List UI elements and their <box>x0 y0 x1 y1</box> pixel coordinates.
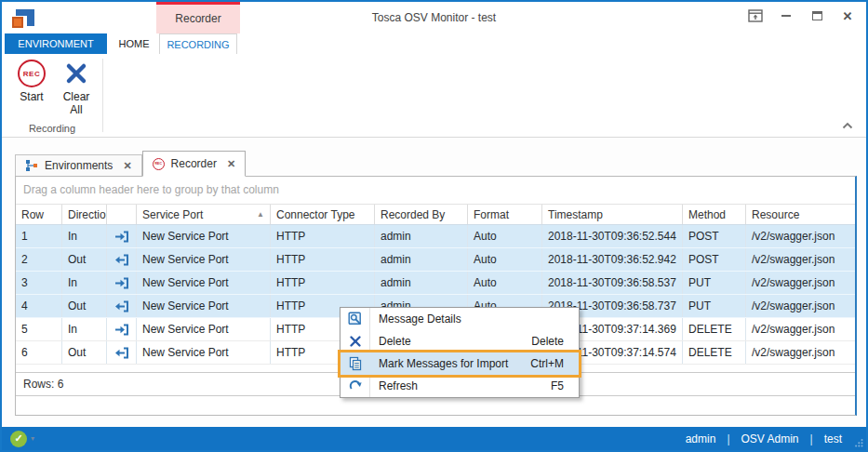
cell-timestamp: 2018-11-30T09:36:52.942 <box>542 248 683 271</box>
menu-item-shortcut: Ctrl+M <box>530 357 579 370</box>
tab-home[interactable]: HOME <box>107 33 161 54</box>
message-details-icon <box>341 312 369 326</box>
column-header-method[interactable]: Method <box>683 205 746 224</box>
caret-down-icon: ▾ <box>31 434 34 443</box>
menu-item-delete[interactable]: Delete Delete <box>341 330 579 352</box>
cell-direction: Out <box>62 248 107 271</box>
connection-status-button[interactable]: ✓ ▾ <box>10 431 34 447</box>
chevron-up-icon <box>842 122 853 129</box>
cell-method: PUT <box>683 272 746 294</box>
column-header-direction-icon[interactable] <box>107 205 137 224</box>
doc-tab-environments-label: Environments <box>45 159 113 172</box>
cell-row-number: 1 <box>16 225 62 247</box>
cell-resource: /v2/swagger.json <box>746 272 855 294</box>
table-row[interactable]: 1 In New Service Port HTTP admin Auto 20… <box>16 225 855 248</box>
tab-environment-label: ENVIRONMENT <box>18 38 93 49</box>
cell-method: POST <box>683 248 746 271</box>
column-header-timestamp[interactable]: Timestamp <box>542 205 683 224</box>
cell-format: Auto <box>468 225 542 247</box>
contextual-tab-group-recorder[interactable]: Recorder <box>156 2 240 33</box>
menu-item-shortcut: F5 <box>551 379 579 392</box>
app-logo-icon[interactable] <box>12 8 36 29</box>
column-header-resource[interactable]: Resource <box>746 205 855 224</box>
cell-service-port: New Service Port <box>137 248 271 271</box>
column-header-recorded-by[interactable]: Recorded By <box>375 205 468 224</box>
cell-row-number: 2 <box>16 248 62 271</box>
cell-service-port: New Service Port <box>137 341 271 364</box>
column-header-service-port[interactable]: Service Port ▲ <box>137 205 271 224</box>
cell-direction-icon <box>107 272 137 294</box>
status-separator: | <box>810 432 813 445</box>
column-header-direction[interactable]: Direction <box>62 205 107 224</box>
maximize-icon <box>812 11 822 20</box>
cell-direction-icon <box>107 225 137 247</box>
app-window: Recorder Tosca OSV Monitor - test ✕ ENVI… <box>0 0 868 452</box>
clear-all-button[interactable]: Clear All <box>56 58 97 117</box>
ribbon-pin-button[interactable] <box>748 9 763 22</box>
ribbon-body: REC Start Clear All Recording <box>2 54 866 138</box>
start-recording-button[interactable]: REC Start <box>9 58 54 104</box>
minimize-icon <box>781 15 791 17</box>
close-icon: ✕ <box>843 10 853 22</box>
cell-direction: In <box>62 318 107 340</box>
status-bar: ✓ ▾ admin | OSV Admin | test <box>2 427 866 450</box>
tab-recording[interactable]: RECORDING <box>159 33 237 54</box>
rec-icon-text: REC <box>23 70 40 78</box>
cell-format: Auto <box>468 248 542 271</box>
cell-timestamp: 2018-11-30T09:36:52.544 <box>542 225 683 247</box>
cell-service-port: New Service Port <box>137 295 271 317</box>
cell-resource: /v2/swagger.json <box>746 341 855 364</box>
maximize-button[interactable] <box>809 9 824 22</box>
rec-icon: REC <box>18 60 46 87</box>
group-by-drop-zone[interactable]: Drag a column header here to group by th… <box>16 177 855 205</box>
grid-header-row: Row Direction Service Port ▲ Connector T… <box>16 205 855 225</box>
document-tab-bar: Environments ✕ REC Recorder ✕ <box>15 151 246 177</box>
cell-direction-icon <box>107 318 137 340</box>
cell-resource: /v2/swagger.json <box>746 318 855 340</box>
menu-item-refresh[interactable]: Refresh F5 <box>341 375 579 397</box>
menu-item-message-details[interactable]: Message Details <box>341 308 579 330</box>
status-role[interactable]: OSV Admin <box>741 432 799 445</box>
minimize-button[interactable] <box>779 9 794 22</box>
direction-out-icon <box>114 347 129 359</box>
table-row[interactable]: 3 In New Service Port HTTP admin Auto 20… <box>16 272 855 295</box>
doc-tab-environments[interactable]: Environments ✕ <box>15 154 142 177</box>
context-menu: Message Details Delete Delete Mark Messa… <box>340 307 580 398</box>
cell-format: Auto <box>468 272 542 294</box>
column-header-connector-type[interactable]: Connector Type <box>271 205 375 224</box>
ribbon-group-separator <box>102 59 103 132</box>
cell-recorded-by: admin <box>375 272 468 294</box>
collapse-ribbon-button[interactable] <box>842 122 853 129</box>
ribbon-group-label: Recording <box>2 123 102 134</box>
delete-x-icon <box>341 335 369 348</box>
table-row[interactable]: 2 Out New Service Port HTTP admin Auto 2… <box>16 248 855 272</box>
cell-connector-type: HTTP <box>271 272 375 294</box>
resize-grip[interactable] <box>854 438 863 447</box>
refresh-icon <box>341 379 369 393</box>
close-tab-icon[interactable]: ✕ <box>123 160 131 172</box>
menu-item-mark-messages-for-import[interactable]: Mark Messages for Import Ctrl+M <box>341 352 579 375</box>
direction-in-icon <box>114 231 129 243</box>
tab-environment[interactable]: ENVIRONMENT <box>5 33 107 54</box>
doc-tab-recorder[interactable]: REC Recorder ✕ <box>142 151 247 177</box>
cell-connector-type: HTTP <box>271 225 375 247</box>
menu-item-label: Message Details <box>379 312 461 326</box>
status-user[interactable]: admin <box>686 432 716 445</box>
cell-method: PUT <box>683 295 746 317</box>
cell-method: DELETE <box>683 341 746 364</box>
close-button[interactable]: ✕ <box>840 9 855 22</box>
menu-item-label: Mark Messages for Import <box>379 357 508 370</box>
close-tab-icon[interactable]: ✕ <box>227 158 235 170</box>
cell-direction-icon <box>107 341 137 364</box>
cell-row-number: 5 <box>16 318 62 340</box>
menu-item-label: Refresh <box>379 379 418 392</box>
tab-home-label: HOME <box>119 38 150 49</box>
column-header-format[interactable]: Format <box>468 205 542 224</box>
direction-in-icon <box>114 277 129 289</box>
status-environment[interactable]: test <box>824 432 842 445</box>
menu-item-shortcut: Delete <box>531 335 579 348</box>
ribbon-tab-strip: ENVIRONMENT HOME RECORDING <box>2 33 866 54</box>
column-header-row[interactable]: Row <box>16 205 62 224</box>
doc-tab-recorder-label: Recorder <box>171 157 217 170</box>
start-button-label: Start <box>9 91 54 104</box>
